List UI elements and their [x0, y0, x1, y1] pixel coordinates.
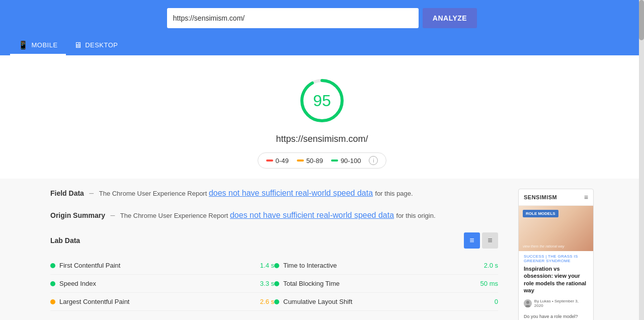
metric-lcp: Largest Contentful Paint 2.6 s	[50, 293, 274, 311]
legend-info-icon[interactable]: i	[369, 156, 378, 165]
preview-image: ROLE MODELS view them the rational way	[519, 206, 593, 251]
metric-value-tbt: 50 ms	[478, 280, 498, 287]
svg-point-3	[526, 301, 529, 304]
origin-summary-dash: –	[110, 211, 115, 219]
tab-row: 📱 MOBILE 🖥 DESKTOP	[0, 36, 644, 55]
tab-desktop-label: DESKTOP	[85, 41, 118, 49]
legend-green: 90-100	[331, 157, 361, 165]
metrics-grid: First Contentful Paint 1.4 s Speed Index…	[50, 257, 498, 311]
legend-dot-orange	[297, 159, 304, 162]
score-value: 95	[313, 92, 331, 110]
legend-label-green: 90-100	[341, 157, 361, 165]
metric-name-fcp: First Contentful Paint	[59, 262, 250, 269]
desktop-icon: 🖥	[74, 41, 83, 50]
score-circle: 95	[297, 75, 347, 126]
preview-site-name: SENSIMISM	[524, 194, 557, 200]
metric-dot-lcp	[50, 299, 55, 304]
metric-dot-si	[50, 281, 55, 286]
preview-image-overlay: ROLE MODELS	[523, 210, 558, 217]
lab-data-title: Lab Data	[50, 236, 80, 245]
field-data-title: Field Data	[50, 189, 84, 197]
main-content: 95 https://sensimism.com/ 0-49 50-89 90-…	[0, 55, 644, 320]
view-toggle: ≡ ≡	[464, 232, 498, 249]
metric-fcp: First Contentful Paint 1.4 s	[50, 257, 274, 275]
metric-si: Speed Index 3.3 s	[50, 275, 274, 293]
origin-summary-title: Origin Summary	[50, 211, 105, 219]
metric-name-tti: Time to Interactive	[283, 262, 474, 269]
metric-value-cls: 0	[478, 298, 498, 305]
preview-menu-icon[interactable]: ≡	[584, 193, 588, 201]
field-data-desc-after: for this page.	[375, 190, 413, 197]
field-data-desc-before: The Chrome User Experience Report	[99, 190, 209, 197]
legend-dot-green	[331, 159, 338, 162]
metric-value-lcp: 2.6 s	[254, 298, 274, 305]
score-legend: 0-49 50-89 90-100 i	[258, 152, 387, 169]
metric-name-si: Speed Index	[59, 280, 250, 287]
preview-card: SENSIMISM ≡ ROLE MODELS view them the ra…	[518, 189, 594, 320]
content-area: Field Data – The Chrome User Experience …	[0, 179, 644, 320]
origin-summary-desc-before: The Chrome User Experience Report	[120, 212, 230, 219]
legend-dot-red	[266, 159, 273, 162]
preview-tag: SUCCESS | THE GRASS IS GREENER SYNDROME	[519, 251, 593, 264]
field-data-link[interactable]: does not have sufficient real-world spee…	[209, 189, 373, 197]
origin-summary-link[interactable]: does not have sufficient real-world spee…	[230, 211, 394, 219]
preview-cta: Do you have a role model?	[519, 312, 593, 320]
legend-label-red: 0-49	[276, 157, 289, 165]
score-section: 95 https://sensimism.com/ 0-49 50-89 90-…	[0, 55, 644, 179]
metric-tbt: Total Blocking Time 50 ms	[274, 275, 498, 293]
search-row: ANALYZE	[167, 8, 477, 28]
metrics-left-col: First Contentful Paint 1.4 s Speed Index…	[50, 257, 274, 311]
origin-summary-section: Origin Summary – The Chrome User Experie…	[50, 211, 498, 221]
analyze-button[interactable]: ANALYZE	[423, 8, 477, 28]
preview-author-name: By Lukas	[534, 299, 551, 303]
tab-mobile-label: MOBILE	[32, 41, 58, 49]
metric-value-fcp: 1.4 s	[254, 262, 274, 269]
tab-mobile[interactable]: 📱 MOBILE	[10, 36, 66, 55]
preview-avatar	[524, 299, 532, 307]
metric-name-lcp: Largest Contentful Paint	[59, 298, 250, 305]
legend-label-orange: 50-89	[306, 157, 323, 165]
toggle-chart-button[interactable]: ≡	[464, 232, 480, 249]
metrics-right-col: Time to Interactive 2.0 s Total Blocking…	[274, 257, 498, 311]
mobile-icon: 📱	[18, 40, 29, 50]
tab-desktop[interactable]: 🖥 DESKTOP	[66, 37, 126, 55]
preview-article-title: Inspiration vs obsession: view your role…	[519, 264, 593, 297]
scrollbar-thumb[interactable]	[639, 0, 644, 40]
lab-data-section: Lab Data ≡ ≡ First Contentful Paint 1.4 …	[50, 232, 498, 311]
metric-value-si: 3.3 s	[254, 280, 274, 287]
scrollbar[interactable]	[639, 0, 644, 320]
preview-card-header: SENSIMISM ≡	[519, 189, 593, 206]
metric-dot-tbt	[274, 281, 279, 286]
field-data-dash: –	[89, 189, 94, 197]
metric-dot-fcp	[50, 263, 55, 268]
metric-name-tbt: Total Blocking Time	[283, 280, 474, 287]
metric-cls: Cumulative Layout Shift 0	[274, 293, 498, 311]
metric-value-tti: 2.0 s	[478, 262, 498, 269]
metric-dot-tti	[274, 263, 279, 268]
legend-orange: 50-89	[297, 157, 323, 165]
field-data-section: Field Data – The Chrome User Experience …	[50, 189, 498, 199]
metric-dot-cls	[274, 299, 279, 304]
toggle-list-button[interactable]: ≡	[482, 232, 498, 249]
site-url-display: https://sensimism.com/	[276, 134, 368, 144]
legend-red: 0-49	[266, 157, 289, 165]
preview-image-caption: view them the rational way	[523, 245, 564, 248]
origin-summary-desc-after: for this origin.	[396, 212, 436, 219]
right-panel: SENSIMISM ≡ ROLE MODELS view them the ra…	[518, 189, 594, 320]
metric-tti: Time to Interactive 2.0 s	[274, 257, 498, 275]
url-input[interactable]	[167, 8, 419, 28]
header: ANALYZE 📱 MOBILE 🖥 DESKTOP	[0, 0, 644, 55]
metric-name-cls: Cumulative Layout Shift	[283, 298, 474, 305]
preview-author-row: By Lukas • September 3, 2020	[519, 297, 593, 312]
left-panel: Field Data – The Chrome User Experience …	[50, 189, 498, 320]
lab-data-header: Lab Data ≡ ≡	[50, 232, 498, 249]
preview-author-info: By Lukas • September 3, 2020	[534, 299, 588, 308]
